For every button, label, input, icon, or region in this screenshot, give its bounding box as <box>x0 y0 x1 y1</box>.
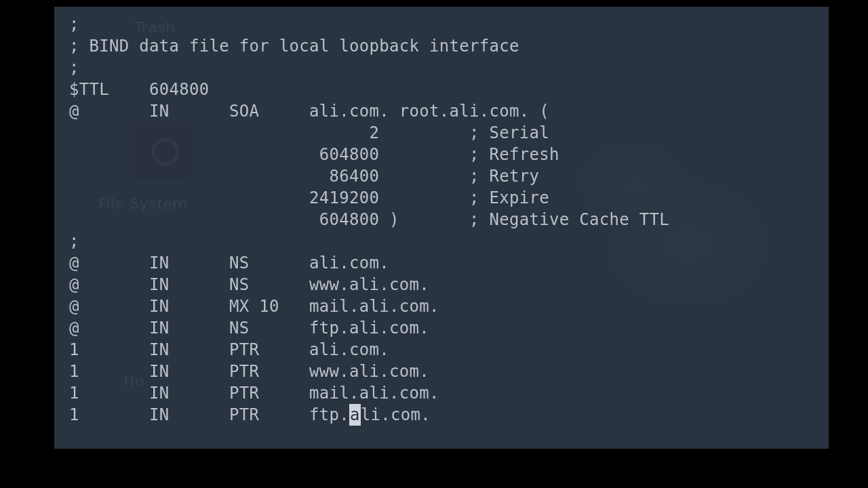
file-line: ; BIND data file for local loopback inte… <box>69 37 519 56</box>
file-line: 1 IN PTR www.ali.com. <box>69 362 429 381</box>
file-line: @ IN MX 10 mail.ali.com. <box>69 297 439 316</box>
file-line: ; <box>69 58 79 77</box>
file-line: ; <box>69 15 79 34</box>
terminal-window[interactable]: Trash File System Ho ; ; BIND data file … <box>54 7 829 449</box>
file-line: 1 IN PTR ali.com. <box>69 340 389 359</box>
file-line: @ IN NS ali.com. <box>69 253 389 272</box>
file-line: 604800 ) ; Negative Cache TTL <box>69 210 669 229</box>
file-line: $TTL 604800 <box>69 80 210 99</box>
file-line: @ IN NS www.ali.com. <box>69 275 429 294</box>
file-line: 2419200 ; Expire <box>69 188 549 207</box>
file-line: @ IN NS ftp.ali.com. <box>69 319 429 338</box>
file-line: 1 IN PTR mail.ali.com. <box>69 384 439 403</box>
file-line: 604800 ; Refresh <box>69 145 559 164</box>
file-line: 2 ; Serial <box>69 123 549 142</box>
cursor-line-before: 1 IN PTR ftp. <box>69 405 349 424</box>
file-line-cursor: 1 IN PTR ftp.ali.com. <box>69 405 431 424</box>
file-line: @ IN SOA ali.com. root.ali.com. ( <box>69 102 549 121</box>
text-cursor: a <box>349 404 361 426</box>
file-line: 86400 ; Retry <box>69 167 539 186</box>
editor-content[interactable]: ; ; BIND data file for local loopback in… <box>54 7 829 426</box>
cursor-line-after: li.com. <box>361 405 431 424</box>
file-line: ; <box>69 232 79 251</box>
